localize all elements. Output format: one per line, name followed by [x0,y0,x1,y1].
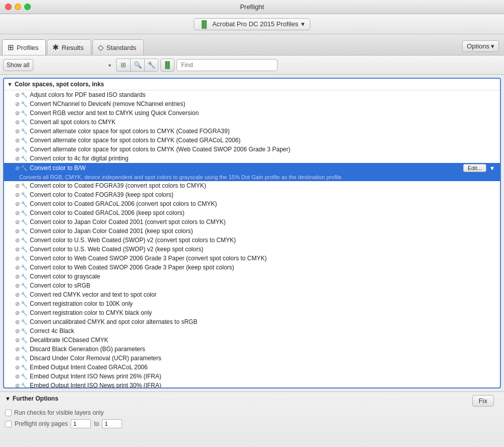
list-item[interactable]: ⊘🔧Decalibrate ICCbased CMYK [4,336,500,345]
wrench-icon: 🔧 [21,146,28,153]
fix-btn-wrapper: Fix [472,395,494,407]
wrench-icon: 🔧 [21,355,28,362]
wrench-icon: 🔧 [21,201,28,207]
list-item[interactable]: ⊘🔧Embed Output Intent ISO News print 30%… [4,381,500,387]
list-item[interactable]: ⊘🔧Convert uncalibrated CMYK and spot col… [4,317,500,326]
maximize-button[interactable] [24,4,31,10]
preflight-pages-checkbox[interactable] [5,421,12,427]
item-icons: ⊘🔧 [15,355,28,362]
list-item[interactable]: ⊘🔧Convert color to B/WEdit...▾ [4,163,500,173]
list-item[interactable]: ⊘🔧Convert registration color to 100K onl… [4,299,500,308]
check-icon: ⊘ [15,319,20,325]
item-icons: ⊘🔧 [15,128,28,135]
check-icon: ⊘ [15,355,20,362]
preflight-pages-row: Preflight only pages to [5,419,499,428]
item-icons: ⊘🔧 [15,273,28,280]
list-item[interactable]: ⊘🔧Convert color to Japan Color Coated 20… [4,227,500,236]
profiles-icon-btn[interactable]: ⊞ [116,59,130,72]
list-item[interactable]: ⊘🔧Convert all spot colors to CMYK [4,118,500,127]
fix-button[interactable]: Fix [472,395,494,407]
wrench-icon: 🔧 [21,237,28,244]
check-icon: ⊘ [15,119,20,126]
edit-button[interactable]: Edit... [463,164,486,172]
menu-icon[interactable]: ▾ [488,164,496,172]
list-item[interactable]: ⊘🔧Convert color to Japan Color Coated 20… [4,217,500,227]
item-label: Convert alternate color space for spot c… [30,128,496,135]
wrench-icon: 🔧 [21,128,28,135]
list-item[interactable]: ⊘🔧Convert alternate color space for spot… [4,136,500,145]
wrench-icon: 🔧 [21,273,28,280]
page-to-input[interactable] [102,419,122,428]
wrench-icon: 🔧 [21,137,28,144]
list-item[interactable]: ⊘🔧Convert alternate color space for spot… [4,145,500,154]
list-item[interactable]: ⊘🔧Convert alternate color space for spot… [4,127,500,136]
list-item[interactable]: ⊘🔧Convert color to Web Coated SWOP 2006 … [4,254,500,263]
item-icons: ⊘🔧 [15,110,28,117]
list-item[interactable]: ⊘🔧Discard Black Generation (BG) paramete… [4,345,500,354]
list-item[interactable]: ⊘🔧Convert red CMYK vector and text to sp… [4,290,500,299]
section-color-spaces-header[interactable]: ▼ Color spaces, spot colors, inks [4,79,500,90]
list-item[interactable]: ⊘🔧Embed Output Intent ISO News print 26%… [4,372,500,381]
list-item[interactable]: ⊘🔧Adjust colors for PDF based ISO standa… [4,90,500,99]
minimize-button[interactable] [15,4,21,10]
item-label: Convert red CMYK vector and text to spot… [30,291,496,298]
wrench-icon: 🔧 [21,92,28,98]
tab-profiles[interactable]: ⊞ Profiles [2,39,46,55]
list-item[interactable]: ⊘🔧Convert color to Coated FOGRA39 (keep … [4,190,500,199]
wrench-btn[interactable]: 🔧 [144,59,158,72]
list-item[interactable]: ⊘🔧Convert color to Web Coated SWOP 2006 … [4,263,500,272]
list-scroll[interactable]: ⊘🔧Adjust colors for PDF based ISO standa… [4,90,500,387]
list-item[interactable]: ⊘🔧Convert NChannel to DeviceN (remove NC… [4,99,500,108]
item-icons: ⊘🔧 [15,201,28,207]
check-icon: ⊘ [15,165,20,172]
list-item[interactable]: ⊘🔧Correct 4c Black [4,326,500,336]
item-icons: ⊘🔧 [15,364,28,371]
titlebar-buttons [5,4,31,10]
item-label: Convert color to Web Coated SWOP 2006 Gr… [30,255,496,262]
item-icons: ⊘🔧 [15,228,28,235]
list-item[interactable]: ⊘🔧Convert RGB vector and text to CMYK us… [4,108,500,118]
window-title: Preflight [240,3,264,11]
list-item[interactable]: ⊘🔧Convert color to Coated GRACoL 2006 (c… [4,199,500,208]
bar-chart-btn[interactable]: ▐▌ [160,59,175,72]
item-label: Convert color to Coated FOGRA39 (convert… [30,182,496,189]
check-icon: ⊘ [15,246,20,253]
page-from-input[interactable] [71,419,91,428]
check-icon: ⊘ [15,237,20,244]
item-label: Convert uncalibrated CMYK and spot color… [30,318,496,325]
wrench-icon: 🔧 [21,228,28,235]
find-input[interactable] [177,59,277,71]
list-item[interactable]: ⊘🔧Convert color to U.S. Web Coated (SWOP… [4,245,500,254]
item-icons: ⊘🔧 [15,301,28,307]
list-item[interactable]: ⊘🔧Convert color to sRGB [4,281,500,290]
tab-results[interactable]: ✱ Results [47,39,91,55]
list-item[interactable]: ⊘🔧Convert color to U.S. Web Coated (SWOP… [4,236,500,245]
list-item[interactable]: ⊘🔧Convert color to Coated FOGRA39 (conve… [4,181,500,190]
tab-standards[interactable]: ◇ Standards [92,39,144,55]
close-button[interactable] [5,4,12,10]
list-item[interactable]: ⊘🔧Convert registration color to CMYK bla… [4,308,500,317]
list-item[interactable]: ⊘🔧Discard Under Color Removal (UCR) para… [4,354,500,363]
check-icon: ⊘ [15,128,20,135]
check-icon: ⊘ [15,146,20,153]
wrench-icon: 🔧 [21,155,28,162]
item-icons: ⊘🔧 [15,346,28,353]
list-item[interactable]: ⊘🔧Convert color to grayscale [4,272,500,281]
visible-layers-checkbox[interactable] [5,410,12,416]
item-icons: ⊘🔧 [15,246,28,253]
list-item[interactable]: ⊘🔧Convert color to Coated GRACoL 2006 (k… [4,208,500,217]
show-all-select[interactable]: Show all [3,59,33,71]
list-item[interactable]: ⊘🔧Convert color to 4c for digital printi… [4,154,500,163]
item-label: Convert color to Coated FOGRA39 (keep sp… [30,191,496,198]
check-icon: ⊘ [15,110,20,117]
profile-dropdown[interactable]: ▐▌ Acrobat Pro DC 2015 Profiles ▾ [194,18,310,30]
wrench-icon: 🔧 [21,283,28,289]
list-item[interactable]: ⊘🔧Embed Output Intent Coated GRACoL 2006 [4,363,500,372]
options-button[interactable]: Options ▾ [462,40,499,52]
item-icons: ⊘🔧 [15,283,28,289]
search-btn[interactable]: 🔍 [130,59,144,72]
further-options-header[interactable]: ▼ Further Options [5,395,59,402]
check-icon: ⊘ [15,264,20,271]
check-icon: ⊘ [15,328,20,334]
item-icons: ⊘🔧 [15,237,28,244]
